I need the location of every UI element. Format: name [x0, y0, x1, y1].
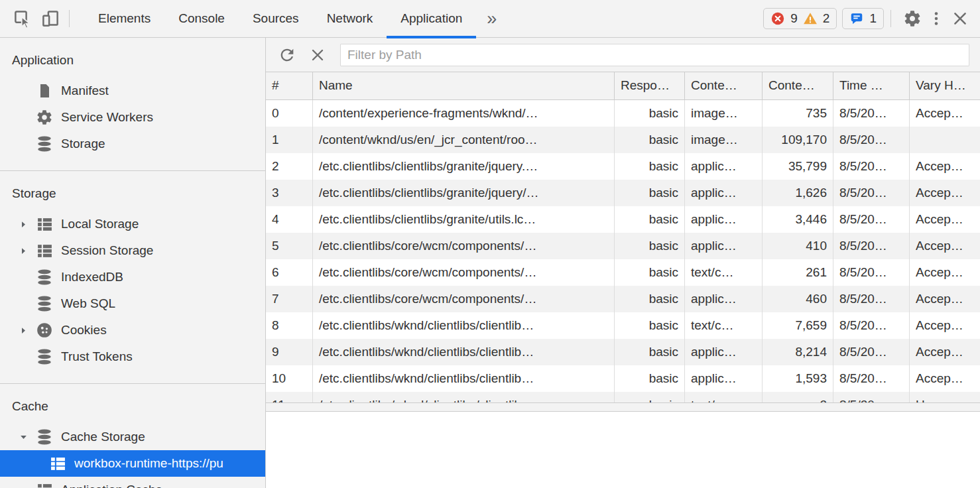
- settings-gear-icon[interactable]: [900, 7, 924, 30]
- more-tabs-button[interactable]: »: [476, 9, 507, 29]
- chevron-down-icon[interactable]: [19, 432, 34, 442]
- tab-sources[interactable]: Sources: [239, 0, 313, 38]
- sidebar-item-local-storage[interactable]: Local Storage: [0, 211, 265, 237]
- gear-icon: [34, 107, 54, 127]
- sidebar-item-cache-storage[interactable]: Cache Storage: [0, 424, 265, 450]
- column-header-2[interactable]: Respo…: [615, 72, 685, 99]
- sidebar-item-application-cache[interactable]: Application Cache: [0, 477, 265, 488]
- sidebar-item-manifest[interactable]: Manifest: [0, 78, 265, 104]
- sidebar-item-label: Application Cache: [61, 483, 162, 488]
- close-devtools-icon[interactable]: [948, 7, 972, 30]
- messages-badge[interactable]: 1: [842, 8, 884, 29]
- delete-selected-icon[interactable]: [307, 44, 328, 66]
- cell: 7: [266, 286, 313, 312]
- toolbar-divider: [890, 10, 891, 27]
- sidebar-item-service-workers[interactable]: Service Workers: [0, 104, 265, 131]
- cell: 8/5/20…: [833, 286, 910, 312]
- sidebar-item-trust-tokens[interactable]: Trust Tokens: [0, 343, 265, 370]
- column-header-5[interactable]: Time …: [833, 72, 910, 99]
- cell: 35,799: [763, 153, 833, 180]
- tab-application[interactable]: Application: [387, 0, 476, 38]
- sidebar-item-indexeddb[interactable]: IndexedDB: [0, 264, 265, 290]
- cell: Accep…: [910, 206, 980, 233]
- cell: basic: [615, 100, 685, 127]
- sidebar-item-web-sql[interactable]: Web SQL: [0, 290, 265, 317]
- table-row[interactable]: 6/etc.clientlibs/core/wcm/components/…ba…: [266, 259, 980, 286]
- cell: basic: [615, 339, 685, 365]
- cell: text/c…: [685, 312, 763, 339]
- sidebar-item-storage[interactable]: Storage: [0, 131, 265, 157]
- cell: applic…: [685, 206, 763, 233]
- cell: U…: [910, 392, 980, 402]
- chevron-right-icon[interactable]: [19, 219, 34, 229]
- cell: 4: [266, 206, 313, 233]
- cell: 3: [266, 180, 313, 206]
- filter-toolbar: [266, 38, 980, 72]
- cell: Accep…: [910, 100, 980, 127]
- column-header-1[interactable]: Name: [313, 72, 615, 99]
- more-options-icon[interactable]: [924, 7, 948, 30]
- sidebar-item-workbox-runtime-https-pu[interactable]: workbox-runtime-https://pu: [0, 450, 265, 477]
- cell: 6: [266, 259, 313, 286]
- cell: 5: [266, 233, 313, 259]
- table-row[interactable]: 10/etc.clientlibs/wknd/clientlibs/client…: [266, 365, 980, 392]
- cell: basic: [615, 153, 685, 180]
- preview-splitter[interactable]: [266, 402, 980, 412]
- sidebar-item-label: Trust Tokens: [61, 349, 133, 364]
- issues-badge[interactable]: 9 2: [763, 8, 837, 29]
- database-icon: [34, 347, 54, 367]
- tab-network[interactable]: Network: [313, 0, 387, 38]
- cell: 410: [763, 233, 833, 259]
- tab-elements[interactable]: Elements: [84, 0, 164, 38]
- table-row[interactable]: 7/etc.clientlibs/core/wcm/components/…ba…: [266, 286, 980, 312]
- toolbar-left-icons: [0, 7, 62, 30]
- chevron-right-icon[interactable]: [19, 326, 34, 336]
- toolbar-right: 9 2: [758, 7, 980, 30]
- sidebar-item-label: workbox-runtime-https://pu: [74, 456, 223, 471]
- cell: Accep…: [910, 312, 980, 339]
- cell: 0: [266, 100, 313, 127]
- inspect-element-icon[interactable]: [11, 7, 34, 30]
- chevron-right-icon[interactable]: [19, 246, 34, 256]
- cell: [910, 127, 980, 153]
- cell: basic: [615, 392, 685, 402]
- filter-by-path-input[interactable]: [340, 44, 969, 66]
- sidebar-item-session-storage[interactable]: Session Storage: [0, 237, 265, 264]
- sidebar-item-label: Cookies: [61, 323, 107, 337]
- column-header-0[interactable]: #: [266, 72, 313, 99]
- table-row[interactable]: 1/content/wknd/us/en/_jcr_content/roo…ba…: [266, 127, 980, 153]
- table-row[interactable]: 11/etc.clientlibs/wknd/clientlibs/client…: [266, 392, 980, 402]
- message-count: 1: [869, 11, 877, 26]
- device-toolbar-icon[interactable]: [38, 7, 62, 30]
- cell: Accep…: [910, 233, 980, 259]
- column-header-3[interactable]: Conte…: [685, 72, 763, 99]
- table-icon: [48, 454, 68, 473]
- cell: basic: [615, 206, 685, 233]
- cell: basic: [615, 312, 685, 339]
- cell: applic…: [685, 365, 763, 392]
- sidebar-item-cookies[interactable]: Cookies: [0, 317, 265, 343]
- table-row[interactable]: 2/etc.clientlibs/clientlibs/granite/jque…: [266, 153, 980, 180]
- cookie-icon: [34, 320, 54, 340]
- cell: 8/5/20…: [833, 206, 910, 233]
- application-panel: ApplicationManifestService WorkersStorag…: [0, 38, 980, 488]
- cell: image…: [685, 100, 763, 127]
- column-header-6[interactable]: Vary H…: [910, 72, 980, 99]
- sidebar-item-label: Storage: [61, 137, 105, 151]
- tab-console[interactable]: Console: [164, 0, 239, 38]
- table-row[interactable]: 4/etc.clientlibs/clientlibs/granite/util…: [266, 206, 980, 233]
- table-row[interactable]: 0/content/experience-fragments/wknd/…bas…: [266, 100, 980, 127]
- table-row[interactable]: 9/etc.clientlibs/wknd/clientlibs/clientl…: [266, 339, 980, 365]
- cell: Accep…: [910, 365, 980, 392]
- cache-entries-grid: 0/content/experience-fragments/wknd/…bas…: [266, 100, 980, 402]
- table-row[interactable]: 3/etc.clientlibs/clientlibs/granite/jque…: [266, 180, 980, 206]
- section-title: Application: [0, 38, 265, 78]
- table-row[interactable]: 8/etc.clientlibs/wknd/clientlibs/clientl…: [266, 312, 980, 339]
- refresh-icon[interactable]: [276, 44, 298, 66]
- cell: /etc.clientlibs/clientlibs/granite/jquer…: [313, 153, 615, 180]
- cell: 2: [266, 153, 313, 180]
- cell: 8/5/20…: [833, 233, 910, 259]
- column-header-4[interactable]: Conte…: [763, 72, 833, 99]
- cell: /etc.clientlibs/wknd/clientlibs/clientli…: [313, 339, 615, 365]
- table-row[interactable]: 5/etc.clientlibs/core/wcm/components/…ba…: [266, 233, 980, 259]
